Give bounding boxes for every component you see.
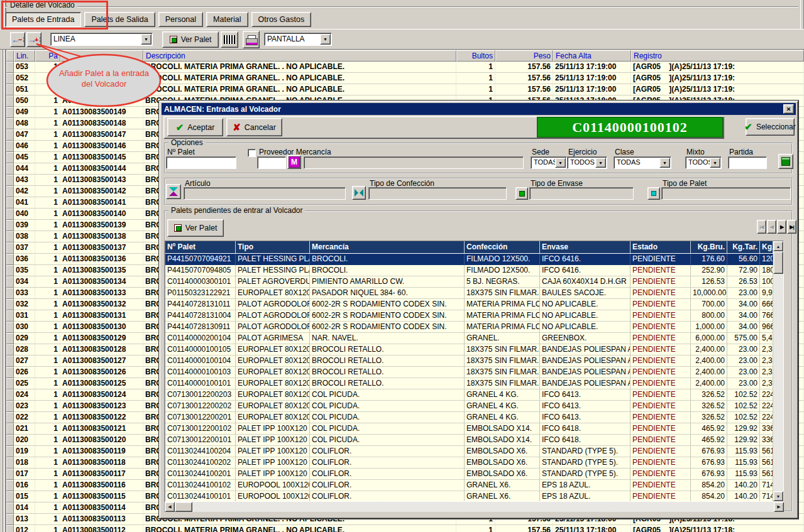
row-marker[interactable] bbox=[6, 118, 14, 129]
tab-otros-gastos[interactable]: Otros Gastos bbox=[251, 12, 312, 27]
table-row[interactable]: C07130012200203EUROPALET 80X120COL PICUD… bbox=[165, 389, 783, 401]
print-button[interactable] bbox=[243, 31, 260, 48]
row-marker[interactable] bbox=[6, 254, 14, 265]
row-marker[interactable] bbox=[6, 322, 14, 333]
row-marker[interactable] bbox=[6, 333, 14, 344]
column-header[interactable]: Estado bbox=[631, 241, 691, 254]
column-header[interactable]: Tipo bbox=[236, 241, 310, 254]
ver-palet-button[interactable]: Ver Palet bbox=[162, 31, 219, 48]
row-marker[interactable] bbox=[6, 152, 14, 163]
table-row[interactable]: P44150707094921PALET HESSING PLABROCOLI.… bbox=[165, 254, 783, 265]
table-row[interactable]: C01130244100102EUROPOOL 100X120COLIFLOR.… bbox=[165, 480, 783, 491]
column-header[interactable]: Kg.Ne bbox=[760, 241, 773, 254]
row-marker[interactable] bbox=[6, 378, 14, 389]
row-marker[interactable] bbox=[6, 423, 14, 435]
row-marker[interactable] bbox=[6, 491, 14, 502]
column-header[interactable]: Peso bbox=[495, 50, 553, 62]
row-marker[interactable] bbox=[6, 356, 14, 367]
confeccion-lookup-button[interactable] bbox=[352, 186, 366, 200]
nav-prev-button[interactable]: ◀ bbox=[767, 220, 776, 234]
row-marker[interactable] bbox=[6, 220, 14, 231]
column-header[interactable]: Confección bbox=[465, 241, 540, 254]
table-row[interactable]: C07130012200202EUROPALET 80X120COL PICUD… bbox=[165, 401, 783, 412]
envase-lookup-button[interactable] bbox=[515, 187, 528, 200]
row-marker[interactable] bbox=[6, 435, 14, 446]
dialog-grid-vscrollbar[interactable]: ▲ ▼ bbox=[773, 241, 783, 501]
column-header[interactable]: Fecha Alta bbox=[553, 50, 631, 62]
row-marker[interactable] bbox=[6, 412, 14, 423]
chevron-down-icon[interactable]: ▼ bbox=[141, 34, 151, 45]
row-marker[interactable] bbox=[6, 84, 14, 95]
row-marker[interactable] bbox=[6, 62, 14, 73]
row-marker[interactable] bbox=[6, 446, 14, 457]
pantalla-combobox[interactable]: PANTALLA ▼ bbox=[264, 33, 332, 46]
column-header[interactable]: Bultos bbox=[456, 50, 495, 62]
column-header[interactable]: Descripción bbox=[143, 50, 456, 62]
column-header[interactable]: Kg.Bru. bbox=[691, 241, 727, 254]
proveedor-code-input[interactable] bbox=[257, 156, 286, 169]
chevron-down-icon[interactable]: ▼ bbox=[320, 34, 331, 45]
row-marker[interactable] bbox=[6, 389, 14, 401]
row-marker[interactable] bbox=[6, 457, 14, 469]
articulo-lookup-button[interactable] bbox=[166, 184, 181, 199]
hscroll-thumb[interactable] bbox=[175, 502, 192, 512]
table-row[interactable]: 0121A01130083500112BROCOLI. MATERIA PRIM… bbox=[6, 525, 804, 532]
row-marker[interactable] bbox=[6, 107, 14, 118]
table-row[interactable]: C01130244100101EUROPOOL 100X120COLIFLOR.… bbox=[165, 491, 783, 502]
column-header[interactable]: Nº Palet bbox=[165, 241, 236, 254]
row-marker[interactable] bbox=[6, 344, 14, 356]
table-row[interactable]: C07130012200201EUROPALET 80X120COL PICUD… bbox=[165, 412, 783, 423]
column-header[interactable]: Mercancía bbox=[310, 241, 465, 254]
column-header[interactable]: Registro bbox=[631, 50, 804, 62]
chevron-down-icon[interactable]: ▼ bbox=[710, 158, 720, 168]
vscroll-thumb[interactable] bbox=[773, 251, 783, 274]
row-marker[interactable] bbox=[6, 209, 14, 220]
row-marker[interactable] bbox=[6, 129, 14, 141]
row-marker[interactable] bbox=[6, 231, 14, 242]
barcode-button[interactable] bbox=[221, 31, 238, 48]
table-row[interactable]: C01140000300101PALET AGROVERDUIPIMIENTO … bbox=[165, 276, 783, 288]
table-row[interactable]: 0531A01130083500153BROCOLI. MATERIA PRIM… bbox=[6, 62, 804, 73]
scroll-right-icon[interactable]: ▶ bbox=[774, 502, 784, 512]
table-row[interactable]: P44150707094805PALET HESSING PLABROCOLI.… bbox=[165, 265, 783, 276]
table-row[interactable]: P01150323122921EUROPALET 80X120PASADOR N… bbox=[165, 288, 783, 299]
table-row[interactable]: C01130244100202PALET IPP 100X120COLIFLOR… bbox=[165, 457, 783, 469]
tab-palets-de-salida[interactable]: Palets de Salida bbox=[84, 12, 155, 27]
row-marker[interactable] bbox=[6, 480, 14, 491]
table-row[interactable]: C07130012200102PALET IPP 100X120COL PICU… bbox=[165, 423, 783, 435]
partida-lookup-button[interactable] bbox=[778, 154, 793, 169]
row-marker[interactable] bbox=[6, 310, 14, 322]
proveedor-lookup-button[interactable]: M bbox=[287, 155, 301, 169]
table-row[interactable]: C07130012200101PALET IPP 100X120COL PICU… bbox=[165, 435, 783, 446]
remove-palet-button[interactable]: ←−⁞ bbox=[10, 32, 25, 47]
table-row[interactable]: P44140728130911PALOT AGRODOLOR6002-2R S … bbox=[165, 322, 783, 333]
row-marker[interactable] bbox=[6, 175, 14, 186]
dialog-grid-hscrollbar[interactable]: ◀ ▶ bbox=[165, 502, 784, 512]
tab-material[interactable]: Material bbox=[206, 12, 248, 27]
add-palet-button[interactable]: →+⁞ bbox=[26, 32, 41, 47]
scroll-left-icon[interactable]: ◀ bbox=[165, 502, 175, 512]
tipo-palet-lookup-button[interactable] bbox=[647, 187, 660, 200]
dialog-ver-palet-button[interactable]: Ver Palet bbox=[167, 219, 224, 237]
scroll-down-icon[interactable]: ▼ bbox=[773, 491, 783, 501]
chevron-down-icon[interactable]: ▼ bbox=[595, 158, 606, 168]
nav-last-button[interactable]: ▶| bbox=[787, 220, 796, 234]
row-marker[interactable] bbox=[6, 469, 14, 480]
scroll-up-icon[interactable]: ▲ bbox=[773, 241, 783, 251]
row-marker[interactable] bbox=[6, 73, 14, 84]
table-row[interactable]: P44140728131004PALOT AGRODOLOR6002-2R S … bbox=[165, 310, 783, 322]
ejercicio-combobox[interactable]: TODOS ▼ bbox=[567, 156, 607, 169]
close-icon[interactable]: ✕ bbox=[783, 104, 794, 114]
row-marker[interactable] bbox=[6, 502, 14, 514]
table-row[interactable]: C01140000200104PALOT AGRIMESANAR. NAVEL.… bbox=[165, 333, 783, 344]
proveedor-checkbox[interactable] bbox=[248, 149, 256, 157]
table-row[interactable]: C01140000100104EUROPALET 80X120BROCOLI R… bbox=[165, 356, 783, 367]
row-marker[interactable] bbox=[6, 163, 14, 175]
linea-combobox[interactable]: LINEA ▼ bbox=[50, 33, 153, 46]
column-header[interactable]: Envase bbox=[540, 241, 631, 254]
table-row[interactable]: 0521A01130083500152BROCOLI. MATERIA PRIM… bbox=[6, 73, 804, 84]
seleccionar-button[interactable]: ✔ Seleccionar bbox=[746, 118, 795, 136]
row-marker[interactable] bbox=[6, 242, 14, 254]
row-marker[interactable] bbox=[6, 525, 14, 532]
partida-input[interactable] bbox=[728, 156, 767, 169]
